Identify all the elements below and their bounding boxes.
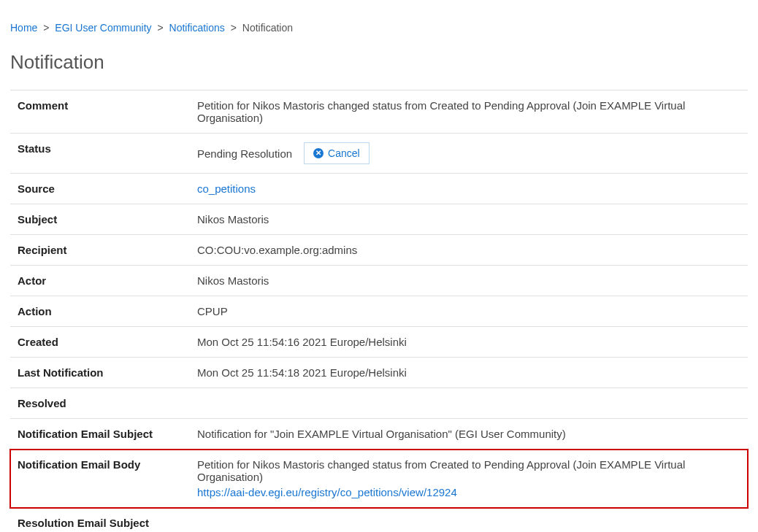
row-status: Status Pending Resolution ✕ Cancel	[10, 134, 748, 174]
value-resolved	[190, 388, 748, 419]
label-comment: Comment	[10, 90, 190, 134]
row-action: Action CPUP	[10, 296, 748, 327]
row-recipient: Recipient CO:COU:vo.example.org:admins	[10, 235, 748, 266]
breadcrumb: Home > EGI User Community > Notification…	[10, 7, 748, 42]
row-created: Created Mon Oct 25 11:54:16 2021 Europe/…	[10, 327, 748, 358]
breadcrumb-separator: >	[43, 22, 49, 34]
page-title: Notification	[10, 51, 748, 74]
label-last-notification: Last Notification	[10, 358, 190, 388]
label-email-body: Notification Email Body	[10, 450, 190, 508]
value-status: Pending Resolution	[197, 147, 292, 160]
breadcrumb-community[interactable]: EGI User Community	[55, 22, 151, 34]
cancel-button[interactable]: ✕ Cancel	[304, 142, 370, 164]
value-created: Mon Oct 25 11:54:16 2021 Europe/Helsinki	[190, 327, 748, 358]
label-source: Source	[10, 174, 190, 204]
breadcrumb-home[interactable]: Home	[10, 22, 37, 34]
label-email-subject: Notification Email Subject	[10, 419, 190, 450]
label-recipient: Recipient	[10, 235, 190, 266]
row-email-subject: Notification Email Subject Notification …	[10, 419, 748, 450]
email-body-link[interactable]: https://aai-dev.egi.eu/registry/co_petit…	[197, 486, 457, 498]
value-last-notification: Mon Oct 25 11:54:18 2021 Europe/Helsinki	[190, 358, 748, 388]
row-actor: Actor Nikos Mastoris	[10, 266, 748, 296]
label-status: Status	[10, 134, 190, 174]
value-recipient: CO:COU:vo.example.org:admins	[190, 235, 748, 266]
breadcrumb-current: Notification	[242, 22, 293, 34]
value-email-subject: Notification for "Join EXAMPLE Virtual O…	[190, 419, 748, 450]
value-actor: Nikos Mastoris	[190, 266, 748, 296]
breadcrumb-separator: >	[157, 22, 163, 34]
value-email-body-text: Petition for Nikos Mastoris changed stat…	[197, 458, 740, 483]
label-subject: Subject	[10, 204, 190, 235]
label-resolution-email-subject: Resolution Email Subject	[10, 508, 190, 533]
breadcrumb-separator: >	[231, 22, 237, 34]
breadcrumb-notifications[interactable]: Notifications	[169, 22, 225, 34]
value-resolution-email-subject	[190, 508, 748, 533]
label-action: Action	[10, 296, 190, 327]
label-actor: Actor	[10, 266, 190, 296]
value-action: CPUP	[190, 296, 748, 327]
row-email-body: Notification Email Body Petition for Nik…	[10, 450, 748, 508]
label-resolved: Resolved	[10, 388, 190, 419]
row-subject: Subject Nikos Mastoris	[10, 204, 748, 235]
row-source: Source co_petitions	[10, 174, 748, 204]
row-resolution-email-subject: Resolution Email Subject	[10, 508, 748, 533]
value-subject: Nikos Mastoris	[190, 204, 748, 235]
cancel-icon: ✕	[313, 148, 324, 158]
source-link[interactable]: co_petitions	[197, 182, 256, 195]
notification-detail-table: Comment Petition for Nikos Mastoris chan…	[10, 90, 748, 532]
row-last-notification: Last Notification Mon Oct 25 11:54:18 20…	[10, 358, 748, 388]
cancel-button-label: Cancel	[328, 147, 360, 159]
label-created: Created	[10, 327, 190, 358]
row-resolved: Resolved	[10, 388, 748, 419]
value-comment: Petition for Nikos Mastoris changed stat…	[190, 90, 748, 134]
row-comment: Comment Petition for Nikos Mastoris chan…	[10, 90, 748, 134]
